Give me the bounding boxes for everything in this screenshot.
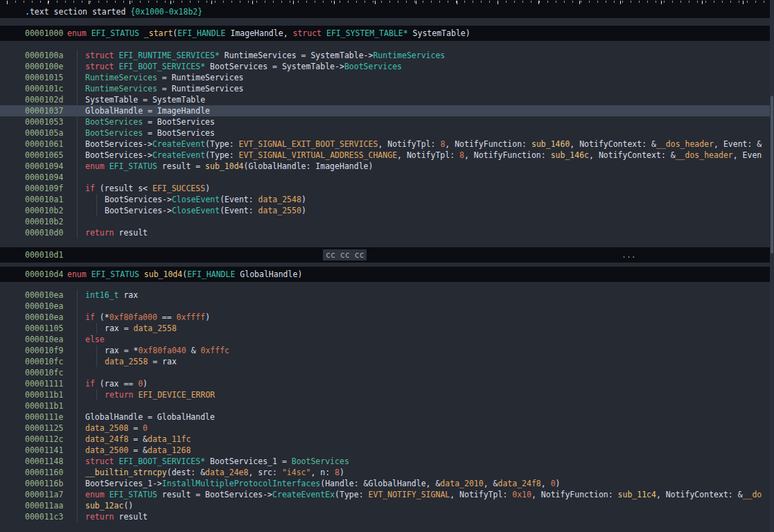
token-type[interactable]: EFI_HANDLE bbox=[177, 28, 230, 38]
function-signature-line[interactable]: 000010d4enum EFI_STATUS sub_10d4(EFI_HAN… bbox=[0, 267, 774, 282]
code-line[interactable]: 0000100astruct EFI_RUNTIME_SERVICES* Run… bbox=[0, 50, 774, 61]
token-type[interactable]: EFI_RUNTIME_SERVICES* bbox=[118, 51, 224, 60]
token-function-symbol[interactable]: sub_146c bbox=[551, 150, 589, 160]
address[interactable]: 00001061 bbox=[25, 139, 64, 150]
address[interactable]: 00001053 bbox=[25, 116, 64, 127]
address[interactable]: 000011aa bbox=[25, 500, 64, 511]
address[interactable]: 000011b1 bbox=[25, 389, 64, 400]
code-line[interactable]: 00001037GlobalHandle = ImageHandle bbox=[0, 105, 774, 116]
token-field[interactable]: CreateEventEx bbox=[272, 490, 335, 499]
code-line[interactable]: 000010d0return result bbox=[0, 227, 774, 238]
code-line[interactable]: 00001160__builtin_strncpy(dest: &data_24… bbox=[0, 467, 774, 478]
address[interactable]: 0000100e bbox=[25, 61, 64, 72]
code-line[interactable]: 000011b1return EFI_DEVICE_ERROR bbox=[0, 389, 774, 400]
address[interactable]: 00001094 bbox=[25, 161, 64, 172]
function-signature-line[interactable]: 00001000enum EFI_STATUS _start(EFI_HANDL… bbox=[0, 26, 774, 41]
code-line[interactable]: 000010b2 bbox=[0, 216, 774, 227]
address[interactable]: 0000112c bbox=[25, 434, 64, 445]
address[interactable]: 000010fc bbox=[25, 356, 64, 367]
code-line[interactable]: 000010f9rax = *0xf80fa040 & 0xfffc bbox=[0, 345, 774, 356]
token-type[interactable]: EFI_BOOT_SERVICES* bbox=[118, 62, 210, 71]
address[interactable]: 000011b1 bbox=[25, 400, 64, 411]
token-type[interactable]: int16_t bbox=[85, 290, 123, 300]
code-line[interactable]: 00001015RuntimeServices = RuntimeService… bbox=[0, 72, 774, 83]
address[interactable]: 0000111e bbox=[25, 411, 64, 423]
token-data-symbol[interactable]: EVT_NOTIFY_SIGNAL bbox=[369, 490, 450, 499]
byte-padding-separator[interactable]: 000010d1cc cc cc... bbox=[0, 247, 774, 263]
address[interactable]: 0000102d bbox=[25, 94, 64, 105]
token-data-symbol[interactable]: data_24e8 bbox=[205, 468, 248, 477]
token-type[interactable]: EFI_STATUS bbox=[91, 28, 144, 38]
code-line[interactable]: 00001094 bbox=[0, 172, 774, 183]
token-function-symbol[interactable]: sub_12ac bbox=[85, 501, 123, 511]
address-ruler[interactable] bbox=[7, 1, 768, 4]
address[interactable]: 000010a1 bbox=[25, 194, 64, 205]
code-line[interactable]: 000011b1 bbox=[0, 400, 774, 411]
code-line[interactable]: 0000101cRuntimeServices = RuntimeService… bbox=[0, 83, 774, 94]
token-data-symbol[interactable]: data_2500 bbox=[85, 445, 128, 455]
address[interactable]: 00001015 bbox=[25, 72, 64, 83]
address[interactable]: 00001094 bbox=[25, 172, 64, 183]
code-line[interactable]: 000010fc bbox=[0, 367, 774, 378]
token-data-symbol[interactable]: data_1268 bbox=[148, 445, 191, 455]
address[interactable]: 00001065 bbox=[25, 150, 64, 161]
token-data-symbol[interactable]: data_24f8 bbox=[498, 479, 540, 488]
code-line[interactable]: 00001094enum EFI_STATUS result = sub_10d… bbox=[0, 161, 774, 172]
token-function-symbol[interactable]: _start bbox=[144, 28, 173, 38]
address[interactable]: 0000105a bbox=[25, 127, 64, 139]
token-global-variable[interactable]: BootServices bbox=[292, 456, 349, 466]
address[interactable]: 00001037 bbox=[25, 105, 64, 116]
token-type[interactable]: EFI_HANDLE bbox=[187, 269, 240, 279]
address[interactable]: 0000116b bbox=[25, 478, 64, 489]
address[interactable]: 00001000 bbox=[25, 28, 64, 39]
code-line[interactable]: 00001061BootServices->CreateEvent(Type: … bbox=[0, 139, 774, 150]
code-line[interactable]: 00001111if (rax == 0) bbox=[0, 378, 774, 389]
token-field[interactable]: InstallMultipleProtocolInterfaces bbox=[162, 479, 320, 488]
token-type[interactable]: EFI_BOOT_SERVICES* bbox=[118, 456, 210, 466]
address[interactable]: 00001105 bbox=[25, 323, 64, 334]
address[interactable]: 000010ea bbox=[25, 290, 64, 301]
token-data-symbol[interactable]: data_11fc bbox=[148, 434, 191, 444]
address[interactable]: 00001141 bbox=[25, 445, 64, 456]
token-data-symbol[interactable]: __dos_header bbox=[676, 150, 733, 160]
address[interactable]: 0000100a bbox=[25, 50, 64, 61]
code-line[interactable]: 000011aasub_12ac() bbox=[0, 500, 774, 511]
address[interactable]: 00001125 bbox=[25, 423, 64, 434]
address[interactable]: 000010ea bbox=[25, 334, 64, 345]
code-line[interactable]: 00001148struct EFI_BOOT_SERVICES* BootSe… bbox=[0, 456, 774, 467]
address[interactable]: 000010d4 bbox=[25, 269, 64, 280]
address[interactable]: 000010f9 bbox=[25, 345, 64, 356]
address[interactable]: 000010fc bbox=[25, 367, 64, 378]
address[interactable]: 00001160 bbox=[25, 467, 64, 478]
code-line[interactable]: 000011c3return result bbox=[0, 511, 774, 522]
token-data-symbol[interactable]: EFI_SUCCESS bbox=[152, 184, 205, 193]
code-line[interactable]: 0000112cdata_24f8 = &data_11fc bbox=[0, 434, 774, 445]
code-line[interactable]: 0000116bBootServices_1->InstallMultipleP… bbox=[0, 478, 774, 489]
code-line[interactable]: 0000105aBootServices = BootServices bbox=[0, 127, 774, 139]
token-function-symbol[interactable]: sub_1460 bbox=[531, 139, 570, 149]
code-line[interactable]: 000010eaif (*0xf80fa000 == 0xffff) bbox=[0, 312, 774, 323]
token-global-variable[interactable]: RuntimeServices bbox=[85, 73, 157, 82]
token-data-symbol[interactable]: __do bbox=[743, 490, 762, 499]
code-line[interactable]: 00001065BootServices->CreateEvent(Type: … bbox=[0, 150, 774, 161]
address[interactable]: 00001111 bbox=[25, 378, 64, 389]
token-field[interactable]: CreateEvent bbox=[152, 150, 205, 160]
token-field[interactable]: CloseEvent bbox=[172, 195, 220, 204]
token-field[interactable]: BootServices bbox=[344, 62, 402, 71]
token-function-symbol[interactable]: __builtin_strncpy bbox=[85, 468, 167, 477]
token-type[interactable]: EFI_STATUS bbox=[109, 161, 162, 171]
token-type[interactable]: {0x1000-0x18b2} bbox=[130, 7, 202, 17]
token-function-symbol[interactable]: sub_10d4 bbox=[144, 269, 182, 279]
address[interactable]: 000011c3 bbox=[25, 511, 64, 522]
address[interactable]: 0000101c bbox=[25, 83, 64, 94]
code-line[interactable]: 000010a1BootServices->CloseEvent(Event: … bbox=[0, 194, 774, 205]
token-field[interactable]: CloseEvent bbox=[172, 206, 220, 215]
token-global-variable[interactable]: BootServices bbox=[85, 117, 143, 127]
token-function-symbol[interactable]: sub_10d4 bbox=[205, 161, 243, 171]
token-field[interactable]: RuntimeServices bbox=[373, 51, 445, 60]
code-line[interactable]: 0000102dSystemTable = SystemTable bbox=[0, 94, 774, 105]
address[interactable]: 000010d0 bbox=[25, 227, 64, 238]
token-data-symbol[interactable]: EFI_DEVICE_ERROR bbox=[138, 390, 215, 400]
address[interactable]: 000010b2 bbox=[25, 205, 64, 216]
code-line[interactable]: 000010eaint16_t rax bbox=[0, 290, 774, 301]
